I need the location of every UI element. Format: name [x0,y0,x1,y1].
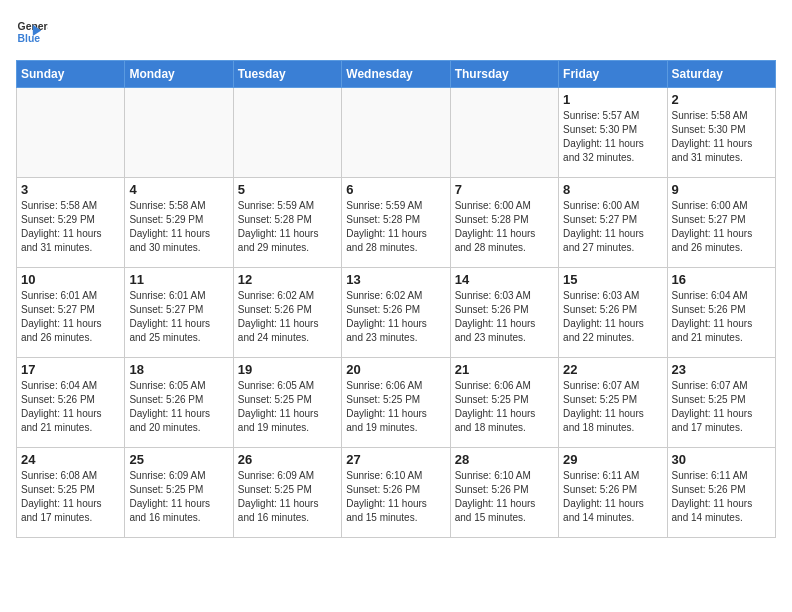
calendar-cell: 6Sunrise: 5:59 AM Sunset: 5:28 PM Daylig… [342,178,450,268]
calendar-cell: 9Sunrise: 6:00 AM Sunset: 5:27 PM Daylig… [667,178,775,268]
day-number: 30 [672,452,771,467]
day-info: Sunrise: 6:01 AM Sunset: 5:27 PM Dayligh… [21,289,120,345]
calendar-cell: 27Sunrise: 6:10 AM Sunset: 5:26 PM Dayli… [342,448,450,538]
calendar-cell: 8Sunrise: 6:00 AM Sunset: 5:27 PM Daylig… [559,178,667,268]
calendar-cell: 13Sunrise: 6:02 AM Sunset: 5:26 PM Dayli… [342,268,450,358]
calendar-cell [125,88,233,178]
calendar-cell [342,88,450,178]
day-number: 23 [672,362,771,377]
day-number: 8 [563,182,662,197]
day-info: Sunrise: 6:02 AM Sunset: 5:26 PM Dayligh… [346,289,445,345]
day-info: Sunrise: 6:05 AM Sunset: 5:25 PM Dayligh… [238,379,337,435]
day-info: Sunrise: 6:09 AM Sunset: 5:25 PM Dayligh… [129,469,228,525]
calendar-cell: 28Sunrise: 6:10 AM Sunset: 5:26 PM Dayli… [450,448,558,538]
day-info: Sunrise: 5:58 AM Sunset: 5:29 PM Dayligh… [129,199,228,255]
calendar-week-5: 24Sunrise: 6:08 AM Sunset: 5:25 PM Dayli… [17,448,776,538]
calendar-cell: 12Sunrise: 6:02 AM Sunset: 5:26 PM Dayli… [233,268,341,358]
day-info: Sunrise: 6:06 AM Sunset: 5:25 PM Dayligh… [346,379,445,435]
calendar-cell: 10Sunrise: 6:01 AM Sunset: 5:27 PM Dayli… [17,268,125,358]
day-info: Sunrise: 6:00 AM Sunset: 5:28 PM Dayligh… [455,199,554,255]
calendar-cell: 5Sunrise: 5:59 AM Sunset: 5:28 PM Daylig… [233,178,341,268]
day-number: 2 [672,92,771,107]
calendar-cell: 30Sunrise: 6:11 AM Sunset: 5:26 PM Dayli… [667,448,775,538]
day-info: Sunrise: 6:07 AM Sunset: 5:25 PM Dayligh… [563,379,662,435]
logo-icon: General Blue [16,16,48,48]
day-info: Sunrise: 6:11 AM Sunset: 5:26 PM Dayligh… [672,469,771,525]
day-info: Sunrise: 6:06 AM Sunset: 5:25 PM Dayligh… [455,379,554,435]
day-number: 13 [346,272,445,287]
day-info: Sunrise: 6:10 AM Sunset: 5:26 PM Dayligh… [346,469,445,525]
day-info: Sunrise: 5:58 AM Sunset: 5:29 PM Dayligh… [21,199,120,255]
calendar-week-1: 1Sunrise: 5:57 AM Sunset: 5:30 PM Daylig… [17,88,776,178]
weekday-header-friday: Friday [559,61,667,88]
day-number: 9 [672,182,771,197]
calendar-cell: 1Sunrise: 5:57 AM Sunset: 5:30 PM Daylig… [559,88,667,178]
day-info: Sunrise: 6:07 AM Sunset: 5:25 PM Dayligh… [672,379,771,435]
day-number: 17 [21,362,120,377]
day-number: 19 [238,362,337,377]
calendar-table: SundayMondayTuesdayWednesdayThursdayFrid… [16,60,776,538]
day-info: Sunrise: 5:58 AM Sunset: 5:30 PM Dayligh… [672,109,771,165]
day-number: 18 [129,362,228,377]
calendar-cell: 21Sunrise: 6:06 AM Sunset: 5:25 PM Dayli… [450,358,558,448]
calendar-cell: 16Sunrise: 6:04 AM Sunset: 5:26 PM Dayli… [667,268,775,358]
day-number: 4 [129,182,228,197]
day-info: Sunrise: 5:57 AM Sunset: 5:30 PM Dayligh… [563,109,662,165]
calendar-cell: 24Sunrise: 6:08 AM Sunset: 5:25 PM Dayli… [17,448,125,538]
day-number: 28 [455,452,554,467]
weekday-header-tuesday: Tuesday [233,61,341,88]
calendar-cell: 23Sunrise: 6:07 AM Sunset: 5:25 PM Dayli… [667,358,775,448]
calendar-cell: 29Sunrise: 6:11 AM Sunset: 5:26 PM Dayli… [559,448,667,538]
weekday-header-monday: Monday [125,61,233,88]
calendar-cell: 7Sunrise: 6:00 AM Sunset: 5:28 PM Daylig… [450,178,558,268]
day-info: Sunrise: 6:00 AM Sunset: 5:27 PM Dayligh… [672,199,771,255]
day-info: Sunrise: 6:00 AM Sunset: 5:27 PM Dayligh… [563,199,662,255]
calendar-cell: 2Sunrise: 5:58 AM Sunset: 5:30 PM Daylig… [667,88,775,178]
day-number: 24 [21,452,120,467]
day-number: 7 [455,182,554,197]
svg-text:Blue: Blue [18,33,41,44]
calendar-week-2: 3Sunrise: 5:58 AM Sunset: 5:29 PM Daylig… [17,178,776,268]
day-number: 11 [129,272,228,287]
day-info: Sunrise: 6:02 AM Sunset: 5:26 PM Dayligh… [238,289,337,345]
day-info: Sunrise: 5:59 AM Sunset: 5:28 PM Dayligh… [238,199,337,255]
day-number: 14 [455,272,554,287]
day-number: 27 [346,452,445,467]
day-info: Sunrise: 6:05 AM Sunset: 5:26 PM Dayligh… [129,379,228,435]
day-info: Sunrise: 6:10 AM Sunset: 5:26 PM Dayligh… [455,469,554,525]
day-number: 10 [21,272,120,287]
calendar-cell: 3Sunrise: 5:58 AM Sunset: 5:29 PM Daylig… [17,178,125,268]
calendar-cell: 15Sunrise: 6:03 AM Sunset: 5:26 PM Dayli… [559,268,667,358]
calendar-cell: 18Sunrise: 6:05 AM Sunset: 5:26 PM Dayli… [125,358,233,448]
calendar-cell [450,88,558,178]
day-number: 25 [129,452,228,467]
day-number: 26 [238,452,337,467]
logo: General Blue [16,16,52,48]
calendar-week-3: 10Sunrise: 6:01 AM Sunset: 5:27 PM Dayli… [17,268,776,358]
calendar-cell: 20Sunrise: 6:06 AM Sunset: 5:25 PM Dayli… [342,358,450,448]
page-header: General Blue [16,16,776,48]
weekday-header-wednesday: Wednesday [342,61,450,88]
weekday-header-saturday: Saturday [667,61,775,88]
weekday-header-sunday: Sunday [17,61,125,88]
day-info: Sunrise: 6:04 AM Sunset: 5:26 PM Dayligh… [21,379,120,435]
day-info: Sunrise: 6:08 AM Sunset: 5:25 PM Dayligh… [21,469,120,525]
day-info: Sunrise: 6:03 AM Sunset: 5:26 PM Dayligh… [563,289,662,345]
day-number: 5 [238,182,337,197]
weekday-header-thursday: Thursday [450,61,558,88]
calendar-cell [17,88,125,178]
day-number: 12 [238,272,337,287]
day-number: 21 [455,362,554,377]
calendar-cell: 14Sunrise: 6:03 AM Sunset: 5:26 PM Dayli… [450,268,558,358]
calendar-cell [233,88,341,178]
day-number: 15 [563,272,662,287]
calendar-cell: 4Sunrise: 5:58 AM Sunset: 5:29 PM Daylig… [125,178,233,268]
day-info: Sunrise: 6:04 AM Sunset: 5:26 PM Dayligh… [672,289,771,345]
day-number: 22 [563,362,662,377]
calendar-cell: 25Sunrise: 6:09 AM Sunset: 5:25 PM Dayli… [125,448,233,538]
calendar-header-row: SundayMondayTuesdayWednesdayThursdayFrid… [17,61,776,88]
calendar-cell: 22Sunrise: 6:07 AM Sunset: 5:25 PM Dayli… [559,358,667,448]
day-info: Sunrise: 5:59 AM Sunset: 5:28 PM Dayligh… [346,199,445,255]
day-number: 3 [21,182,120,197]
day-info: Sunrise: 6:09 AM Sunset: 5:25 PM Dayligh… [238,469,337,525]
